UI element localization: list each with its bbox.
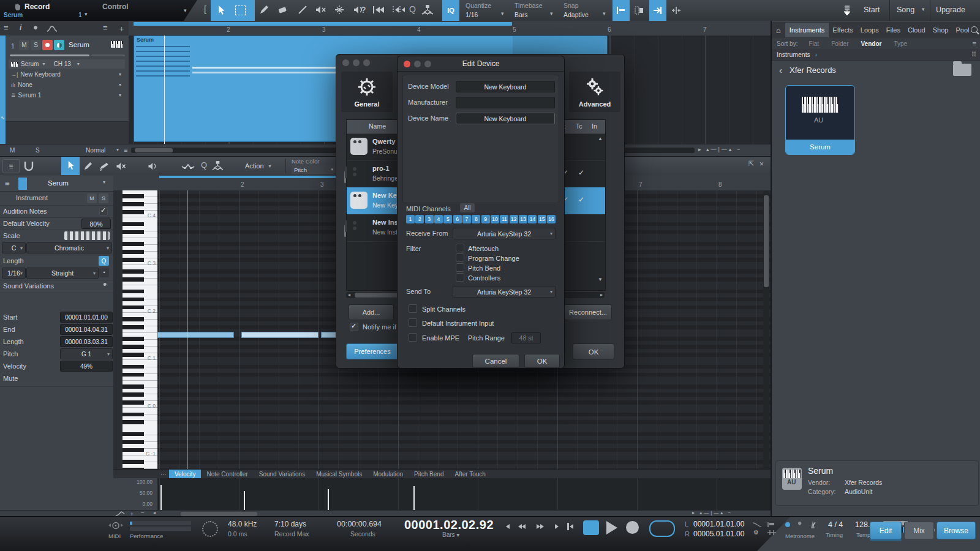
inspector-header[interactable]: ≡ Serum ▾ — [0, 176, 113, 192]
track-header[interactable]: 1 M S Serum Serum ▾ CH 13 ▾ →| New Keybo… — [6, 36, 129, 122]
rewind-button[interactable] — [518, 524, 526, 529]
inspector-solo-button[interactable]: S — [99, 193, 108, 203]
device-name-field[interactable]: New Keyboard — [456, 113, 555, 124]
editor-zoom-controls[interactable]: ▸ ▴—|—▴ − — [692, 510, 733, 515]
filter-aftertouch-checkbox[interactable] — [456, 244, 464, 252]
song-chevron-icon[interactable]: ▾ — [922, 6, 925, 12]
track-color-strip[interactable]: ∿ — [0, 36, 6, 144]
track-mute-button[interactable]: M — [19, 40, 29, 50]
send-to-dropdown[interactable]: Arturia KeyStep 32 — [453, 286, 556, 298]
control-chevron-icon[interactable]: ▾ — [85, 11, 88, 17]
editor-snap-icon[interactable] — [23, 161, 34, 171]
return-to-start-button[interactable] — [567, 523, 573, 530]
inspector-color-chip[interactable] — [18, 178, 27, 190]
timebase-chevron-icon[interactable]: ▾ — [550, 10, 553, 17]
editor-arrow-tool[interactable] — [61, 157, 80, 175]
edit-page-button[interactable] — [870, 539, 902, 541]
inspector-part-name[interactable]: Serum — [48, 179, 69, 187]
editor-macro-icon[interactable] — [212, 160, 224, 171]
loop-button[interactable] — [649, 520, 675, 537]
back-chevron-icon[interactable]: ‹ — [772, 65, 790, 75]
dialog-ok-button[interactable]: OK — [524, 354, 560, 368]
inspector-audition-row[interactable]: Audition Notes — [0, 206, 113, 217]
velocity-stem[interactable] — [328, 489, 329, 510]
inspector-instrument-row[interactable]: Instrument M S — [0, 192, 113, 204]
channel-button[interactable]: 8 — [472, 215, 480, 223]
midi-note[interactable] — [157, 332, 234, 338]
editor-close-icon[interactable]: × — [760, 160, 764, 168]
channel-button[interactable]: 14 — [528, 215, 537, 223]
song-page-button[interactable]: Song — [897, 6, 914, 14]
time-signature-value[interactable]: 4 / 4 — [828, 520, 843, 529]
track-instrument-icon[interactable] — [111, 41, 123, 48]
device-model-field[interactable]: New Keyboard — [456, 81, 555, 92]
breadcrumb-instruments[interactable]: Instruments — [772, 51, 815, 58]
arrange-playhead[interactable] — [164, 36, 165, 144]
add-track-icon[interactable]: ＋ — [118, 23, 126, 34]
track-mode-dropdown[interactable]: Normal — [86, 147, 105, 154]
black-keys[interactable] — [123, 190, 144, 469]
metronome-enable-dot[interactable] — [785, 522, 790, 527]
track-input-row[interactable]: →| New Keyboard ▾ — [9, 70, 125, 79]
channel-button[interactable]: 9 — [481, 215, 490, 223]
midi-note[interactable] — [321, 332, 337, 338]
scroll-left-icon[interactable]: ◂ — [348, 292, 350, 298]
browser-tab-pool[interactable]: Pool — [952, 23, 973, 37]
all-channels-button[interactable]: All — [460, 203, 475, 212]
record-button[interactable] — [626, 521, 639, 534]
velocity-value[interactable]: 49% — [60, 361, 113, 372]
inspector-scale-row[interactable]: Scale — [0, 230, 113, 242]
browser-tab-cloud[interactable]: Cloud — [904, 23, 929, 37]
track-inst-row[interactable]: Serum ▾ CH 13 ▾ — [9, 59, 125, 69]
tab-pitch-bend[interactable]: Pitch Bend — [409, 470, 449, 479]
notify-checkbox-row[interactable]: Notify me if — [350, 323, 396, 331]
grid-value-dropdown[interactable]: 1/16 — [2, 268, 26, 279]
filter-program-change-checkbox[interactable] — [456, 253, 464, 262]
quantize-tool-icon[interactable]: Q — [409, 4, 416, 14]
channel-button[interactable]: 11 — [500, 215, 508, 223]
length-value[interactable]: 00000.03.03.31 — [60, 336, 113, 347]
macro-tool-icon[interactable] — [421, 4, 434, 16]
browser-tab-files[interactable]: Files — [883, 23, 904, 37]
channel-button[interactable]: 2 — [415, 215, 424, 223]
add-device-button[interactable]: Add... — [349, 304, 394, 320]
arrange-menu-icon[interactable]: ≡ — [4, 23, 9, 32]
inspector-sound-variations-row[interactable]: Sound Variations — [0, 280, 113, 292]
editor-quantize-icon[interactable]: Q — [201, 160, 207, 170]
velocity-stem[interactable] — [160, 485, 162, 510]
gear-small-icon[interactable]: ⚙ — [753, 529, 759, 536]
pencil-tool-icon[interactable] — [259, 5, 269, 15]
check-icon[interactable]: ✓ — [578, 168, 584, 177]
metronome-icon[interactable] — [809, 520, 817, 529]
mute-tool-icon[interactable] — [315, 5, 326, 15]
list-scroll-up-icon[interactable]: ▲ — [598, 136, 603, 141]
track-output-row[interactable]: ≞ Serum 1 ▾ — [9, 91, 125, 100]
global-solo-button[interactable]: S — [36, 147, 40, 154]
performance-meter-bottom[interactable] — [130, 527, 191, 531]
channel-button[interactable]: 15 — [538, 215, 546, 223]
track-solo-button[interactable]: S — [31, 40, 41, 50]
channel-button[interactable]: 1 — [406, 215, 415, 223]
channel-button[interactable]: 13 — [519, 215, 527, 223]
loop-start-value[interactable]: 00001.01.01.00 — [693, 520, 744, 528]
panel-chevron-icon[interactable]: ▾ — [184, 7, 187, 13]
track-name[interactable]: Serum — [69, 41, 89, 48]
metronome-setup-icon[interactable] — [796, 521, 804, 529]
enable-mpe-checkbox[interactable] — [409, 333, 417, 342]
browser-tab-loops[interactable]: Loops — [857, 23, 883, 37]
download-icon[interactable] — [842, 5, 853, 16]
iq-button[interactable]: IQ — [442, 0, 459, 21]
editor-mute-icon[interactable] — [115, 162, 126, 171]
marquee-tool-icon[interactable] — [235, 6, 246, 15]
scroll-left-icon[interactable]: ◂ — [153, 510, 156, 515]
piano-keys[interactable]: C 4 C 3 C 2 C 1 C 0 C -1 — [123, 190, 157, 469]
list-scroll-down-icon[interactable]: ▼ — [598, 277, 603, 282]
arrange-info-icon[interactable]: i — [20, 23, 21, 32]
check-icon[interactable]: ✓ — [578, 195, 584, 204]
fade-icon[interactable] — [752, 522, 762, 528]
snap-to-grid-button[interactable] — [612, 0, 630, 21]
manufacturer-field[interactable] — [456, 97, 555, 108]
channel-button[interactable]: 16 — [547, 215, 556, 223]
channel-button[interactable]: 6 — [453, 215, 462, 223]
track-automation-row[interactable]: ılı None ▾ — [9, 80, 125, 89]
